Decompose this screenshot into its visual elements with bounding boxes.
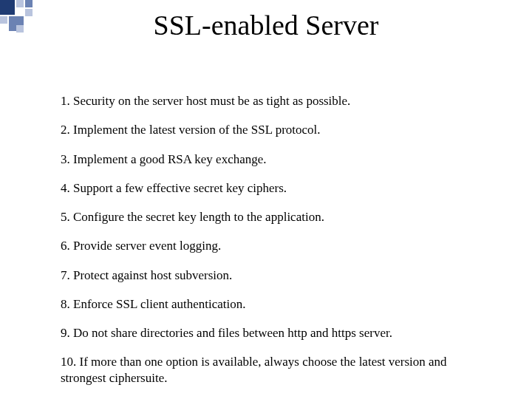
list-item: 7. Protect against host subversion. — [61, 267, 488, 283]
list-item: 1. Security on the server host must be a… — [61, 93, 488, 109]
list-item: 6. Provide server event logging. — [61, 238, 488, 253]
slide-title: SSL-enabled Server — [0, 9, 532, 41]
content-list: 1. Security on the server host must be a… — [61, 93, 488, 399]
list-item: 5. Configure the secret key length to th… — [61, 209, 488, 225]
svg-rect-1 — [16, 0, 24, 7]
list-item: 3. Implement a good RSA key exchange. — [61, 151, 488, 167]
list-item: 2. Implement the latest version of the S… — [61, 122, 488, 137]
list-item: 4. Support a few effective secret key ci… — [61, 180, 488, 196]
list-item: 9. Do not share directories and files be… — [61, 325, 488, 341]
slide: SSL-enabled Server 1. Security on the se… — [0, 0, 532, 399]
svg-rect-2 — [25, 0, 33, 7]
list-item: 8. Enforce SSL client authentication. — [61, 296, 488, 312]
list-item: 10. If more than one option is available… — [61, 354, 488, 386]
